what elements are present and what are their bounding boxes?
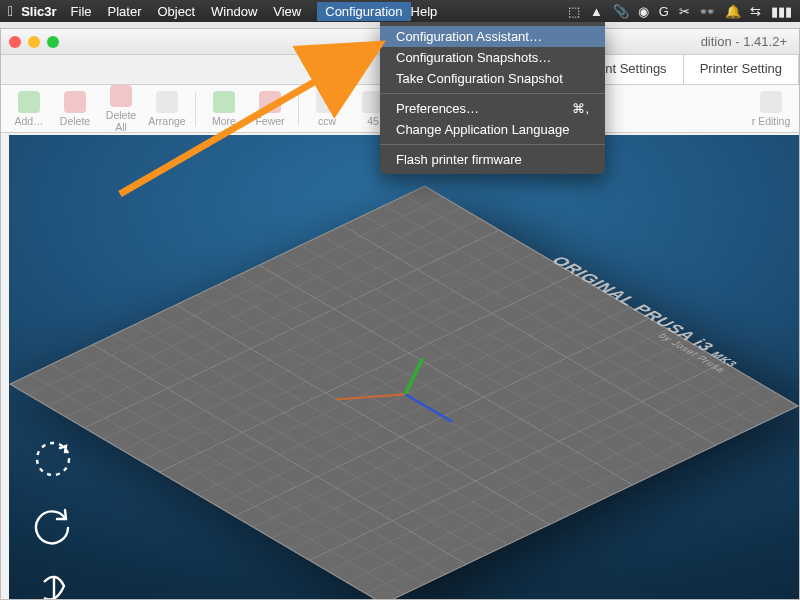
view-orbit-button[interactable] xyxy=(29,435,77,483)
build-plate: ORIGINAL PRUSA i3 MK3 by Josef Prusa xyxy=(9,185,799,599)
menuitem-label: Preferences… xyxy=(396,101,479,116)
layers-icon xyxy=(760,91,782,113)
tool-delete[interactable]: Delete xyxy=(53,91,97,127)
tab-printer-settings[interactable]: Printer Setting xyxy=(684,55,799,84)
menubar-tray: ⬚ ▲ 📎 ◉ G ✂ 👓 🔔 ⇆ ▮▮▮ xyxy=(562,4,792,19)
menu-window[interactable]: Window xyxy=(211,4,257,19)
app-name[interactable]: Slic3r xyxy=(21,4,56,19)
dropbox-icon[interactable]: ⬚ xyxy=(568,4,580,19)
toolbar-separator xyxy=(195,92,196,126)
menu-view[interactable]: View xyxy=(273,4,301,19)
menuitem-configuration-assistant[interactable]: Configuration Assistant… xyxy=(380,26,605,47)
menuitem-accelerator: ⌘, xyxy=(572,101,589,116)
toolbar-separator xyxy=(298,92,299,126)
grid-icon xyxy=(156,91,178,113)
menu-object[interactable]: Object xyxy=(157,4,195,19)
configuration-dropdown: Configuration Assistant… Configuration S… xyxy=(380,22,605,174)
tool-label: Delete All xyxy=(99,109,143,133)
bell-icon[interactable]: 🔔 xyxy=(725,4,741,19)
menu-configuration[interactable]: Configuration xyxy=(317,2,410,21)
tool-rotate-ccw[interactable]: ccw xyxy=(305,91,349,127)
tool-more[interactable]: More xyxy=(202,91,246,127)
tool-fewer[interactable]: Fewer xyxy=(248,91,292,127)
menu-help[interactable]: Help xyxy=(411,4,438,19)
menuitem-label: Flash printer firmware xyxy=(396,152,522,167)
tool-arrange[interactable]: Arrange xyxy=(145,91,189,127)
tool-add[interactable]: Add… xyxy=(7,91,51,127)
tool-layer-editing[interactable]: r Editing xyxy=(749,91,793,127)
menuitem-label: Configuration Assistant… xyxy=(396,29,542,44)
menu-plater[interactable]: Plater xyxy=(108,4,142,19)
menuitem-label: Take Configuration Snapshot xyxy=(396,71,563,86)
plus-icon xyxy=(18,91,40,113)
x-icon xyxy=(110,85,132,107)
tool-label: More xyxy=(202,115,246,127)
bed-brand-text: ORIGINAL PRUSA i3 MK3 by Josef Prusa xyxy=(537,254,746,374)
wifi-icon[interactable]: ⇆ xyxy=(750,4,761,19)
menu-file[interactable]: File xyxy=(71,4,92,19)
minus-icon xyxy=(259,91,281,113)
menu-separator xyxy=(380,144,605,145)
tool-label: r Editing xyxy=(749,115,793,127)
scissors-icon[interactable]: ✂ xyxy=(679,4,690,19)
zoom-button[interactable] xyxy=(47,36,59,48)
cc-icon[interactable]: ◉ xyxy=(638,4,649,19)
logitech-icon[interactable]: G xyxy=(659,4,669,19)
view-tilt-button[interactable] xyxy=(29,567,77,599)
macos-menubar:  Slic3r File Plater Object Window View … xyxy=(0,0,800,22)
tool-label: Fewer xyxy=(248,115,292,127)
glasses-icon[interactable]: 👓 xyxy=(699,4,715,19)
menuitem-change-language[interactable]: Change Application Language xyxy=(380,119,605,140)
apple-menu-icon[interactable]:  xyxy=(8,3,13,19)
3d-viewport[interactable]: ORIGINAL PRUSA i3 MK3 by Josef Prusa xyxy=(9,135,799,599)
traffic-lights xyxy=(9,36,59,48)
menuitem-configuration-snapshots[interactable]: Configuration Snapshots… xyxy=(380,47,605,68)
battery-icon[interactable]: ▮▮▮ xyxy=(771,4,792,19)
menuitem-flash-firmware[interactable]: Flash printer firmware xyxy=(380,149,605,170)
menuitem-preferences[interactable]: Preferences… ⌘, xyxy=(380,98,605,119)
paperclip-icon[interactable]: 📎 xyxy=(613,4,629,19)
tool-label: ccw xyxy=(305,115,349,127)
view-controls xyxy=(29,435,77,599)
minus-icon xyxy=(64,91,86,113)
tool-label: Arrange xyxy=(145,115,189,127)
bed-brand-line2: by Josef Prusa xyxy=(537,262,728,373)
bed-brand-line1: ORIGINAL PRUSA i3 xyxy=(547,253,720,353)
close-button[interactable] xyxy=(9,36,21,48)
vlc-icon[interactable]: ▲ xyxy=(590,4,603,19)
plus-icon xyxy=(213,91,235,113)
z-axis-icon xyxy=(404,393,454,422)
menuitem-label: Configuration Snapshots… xyxy=(396,50,551,65)
x-axis-icon xyxy=(336,393,406,400)
menu-separator xyxy=(380,93,605,94)
tool-label: Add… xyxy=(7,115,51,127)
tool-label: Delete xyxy=(53,115,97,127)
y-axis-icon xyxy=(404,358,425,395)
view-undo-button[interactable] xyxy=(29,501,77,549)
minimize-button[interactable] xyxy=(28,36,40,48)
menuitem-label: Change Application Language xyxy=(396,122,569,137)
tool-delete-all[interactable]: Delete All xyxy=(99,85,143,133)
menuitem-take-config-snapshot[interactable]: Take Configuration Snapshot xyxy=(380,68,605,89)
rotate-ccw-icon xyxy=(316,91,338,113)
